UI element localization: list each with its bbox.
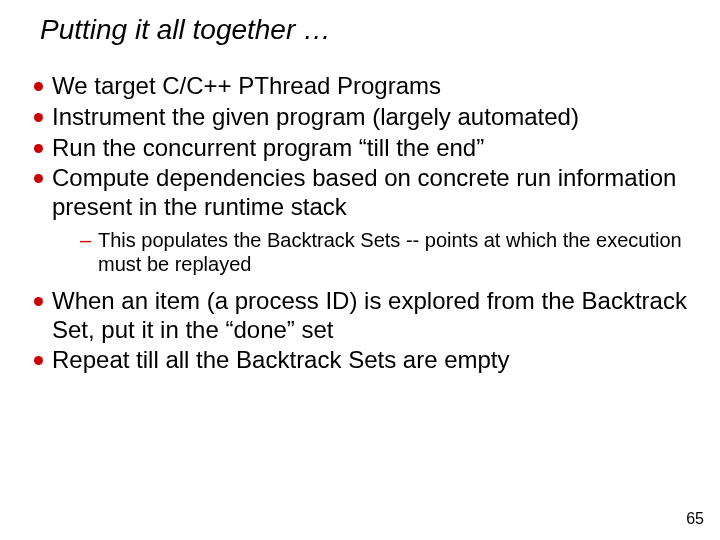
bullet-item: We target C/C++ PThread Programs	[30, 72, 700, 101]
bullet-item: Compute dependencies based on concrete r…	[30, 164, 700, 276]
bullet-item: When an item (a process ID) is explored …	[30, 287, 700, 345]
bullet-text: When an item (a process ID) is explored …	[52, 287, 687, 343]
slide-title: Putting it all together …	[40, 14, 331, 46]
bullet-text: Compute dependencies based on concrete r…	[52, 164, 676, 220]
sub-bullet-item: This populates the Backtrack Sets -- poi…	[80, 228, 700, 277]
page-number: 65	[686, 510, 704, 528]
sub-bullet-list: This populates the Backtrack Sets -- poi…	[52, 228, 700, 277]
slide: Putting it all together … We target C/C+…	[0, 0, 720, 540]
sub-bullet-text: This populates the Backtrack Sets -- poi…	[98, 229, 682, 275]
bullet-item: Run the concurrent program “till the end…	[30, 134, 700, 163]
bullet-list: We target C/C++ PThread Programs Instrum…	[30, 72, 700, 375]
bullet-text: We target C/C++ PThread Programs	[52, 72, 441, 99]
bullet-text: Run the concurrent program “till the end…	[52, 134, 484, 161]
bullet-item: Instrument the given program (largely au…	[30, 103, 700, 132]
slide-content: We target C/C++ PThread Programs Instrum…	[30, 72, 700, 377]
bullet-text: Instrument the given program (largely au…	[52, 103, 579, 130]
bullet-item: Repeat till all the Backtrack Sets are e…	[30, 346, 700, 375]
bullet-text: Repeat till all the Backtrack Sets are e…	[52, 346, 510, 373]
